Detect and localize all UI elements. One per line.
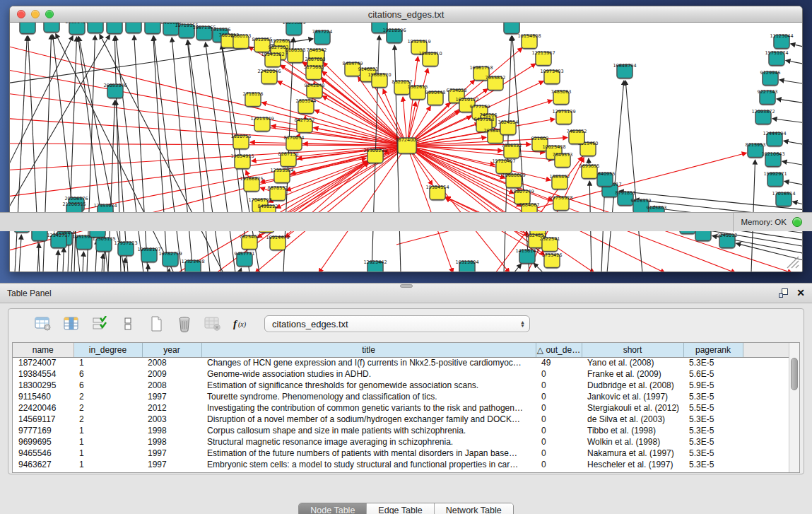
table-cell[interactable]: Stergiakouli et al. (2012)	[582, 402, 683, 414]
table-row[interactable]: 946554611997Estimation of the future num…	[13, 448, 790, 459]
scrollbar-thumb[interactable]	[791, 358, 798, 390]
minimize-button[interactable]	[31, 10, 40, 18]
citation-edge-red[interactable]	[10, 118, 399, 145]
table-row[interactable]: 1830029562008Estimation of significance …	[13, 380, 790, 391]
citation-edge-black[interactable]	[240, 268, 242, 271]
table-cell[interactable]: 2009	[142, 368, 201, 380]
graph-node[interactable]: 12923442	[363, 259, 387, 271]
graph-node[interactable]: 2803144	[296, 98, 317, 114]
graph-node[interactable]: 26053346	[103, 83, 126, 98]
table-cell[interactable]: Structural magnetic resonance image aver…	[201, 436, 536, 448]
graph-node[interactable]: 16648794	[613, 63, 636, 78]
graph-node[interactable]: 19384554	[425, 185, 449, 200]
graph-node[interactable]: 8427552	[295, 117, 315, 133]
table-cell[interactable]: 5.3E-5	[683, 425, 743, 436]
table-cell[interactable]: 2003	[142, 414, 201, 425]
table-cell[interactable]: Estimation of significance thresholds fo…	[201, 380, 536, 391]
graph-node[interactable]: 12342737	[47, 233, 70, 248]
citation-edge-black[interactable]	[772, 119, 802, 123]
citation-edge-black[interactable]	[169, 269, 170, 271]
table-cell[interactable]: 2012	[142, 402, 201, 414]
graph-node[interactable]: 16313804	[455, 259, 478, 271]
table-cell[interactable]: 9463627	[13, 459, 73, 470]
select-columns-icon[interactable]	[62, 315, 81, 333]
table-cell[interactable]: Changes of HCN gene expression and I(f) …	[201, 357, 536, 368]
citation-edge-black[interactable]	[134, 35, 148, 271]
delete-trash-icon[interactable]	[175, 315, 194, 333]
select-rows-check-icon[interactable]	[90, 315, 109, 333]
citation-edge-black[interactable]	[154, 36, 182, 271]
table-cell[interactable]: Franke et al. (2009)	[582, 368, 683, 380]
table-cell[interactable]: 6	[73, 380, 142, 391]
resize-grip-icon[interactable]	[784, 254, 800, 269]
graph-node[interactable]: 25300235	[363, 148, 387, 163]
column-header-pagerank[interactable]: pagerank	[683, 343, 743, 357]
graph-node[interactable]: 7857224	[312, 29, 333, 45]
table-cell[interactable]: 2008	[142, 380, 201, 391]
graph-node[interactable]: 19218596	[382, 28, 406, 43]
close-button[interactable]	[17, 10, 25, 18]
table-cell[interactable]: 0	[536, 368, 582, 380]
citation-edge-black[interactable]	[791, 44, 802, 47]
table-cell[interactable]: 1	[73, 448, 142, 459]
graph-node[interactable]: 15751074	[765, 50, 788, 66]
citation-edge-black[interactable]	[57, 250, 58, 271]
graph-hub-node[interactable]: 18724007	[395, 137, 418, 153]
table-cell[interactable]: 0	[536, 391, 582, 402]
table-cell[interactable]: Disruption of a novel member of a sodium…	[201, 414, 536, 425]
tab-network-table[interactable]: Network Table	[435, 503, 513, 514]
vertical-scrollbar[interactable]	[789, 343, 799, 472]
table-cell[interactable]: 1	[73, 459, 142, 470]
table-cell[interactable]: 2008	[142, 357, 201, 368]
memory-ok-indicator-icon[interactable]	[792, 217, 802, 227]
table-row[interactable]: 2242004622012Investigating the contribut…	[13, 402, 790, 414]
table-cell[interactable]: 18300295	[13, 380, 73, 391]
graph-node[interactable]: 2718126	[243, 91, 264, 107]
table-cell[interactable]: 5.3E-5	[683, 459, 743, 470]
table-row[interactable]: 1456911722003Disruption of a novel membe…	[13, 414, 790, 425]
table-cell[interactable]: Corpus callosum shape and size in male p…	[201, 425, 536, 436]
citation-edge-black[interactable]	[172, 37, 193, 271]
table-cell[interactable]: 5.5E-5	[683, 402, 743, 414]
table-row[interactable]: 1872400712008Changes of HCN gene express…	[13, 357, 790, 368]
table-cell[interactable]: 1998	[142, 425, 201, 436]
graph-node[interactable]: 15688520	[367, 72, 391, 88]
table-cell[interactable]: 6	[73, 368, 142, 380]
table-cell[interactable]: 1997	[142, 459, 201, 470]
table-row[interactable]: 969969511998Structural magnetic resonanc…	[13, 436, 790, 448]
graph-node[interactable]: 12444194	[763, 131, 786, 146]
table-cell[interactable]: 9777169	[13, 425, 73, 436]
citation-edge-black[interactable]	[148, 264, 148, 271]
graph-node[interactable]: 12213349	[250, 116, 273, 132]
table-cell[interactable]: 0	[536, 459, 582, 470]
graph-node[interactable]: 8186328	[286, 47, 306, 63]
table-cell[interactable]: 1997	[142, 391, 201, 402]
table-cell[interactable]: Investigating the contribution of common…	[201, 402, 536, 414]
table-selector-combobox[interactable]: citations_edges.txt ▲▼	[264, 315, 530, 332]
table-cell[interactable]: 22420046	[13, 402, 73, 414]
graph-node[interactable]: 10973403	[540, 69, 563, 84]
citation-edge-black[interactable]	[784, 141, 802, 145]
citation-edge-black[interactable]	[10, 36, 73, 181]
graph-node[interactable]: 8170034	[284, 135, 305, 151]
graph-node[interactable]: 18673201	[40, 23, 63, 33]
table-cell[interactable]: 1	[73, 436, 142, 448]
table-cell[interactable]: Tibbo et al. (1998)	[582, 425, 683, 436]
graph-node[interactable]: 1565492	[550, 174, 570, 189]
table-cell[interactable]: Nakamura et al. (1997)	[582, 448, 683, 459]
graph-node[interactable]: 19166825	[240, 176, 263, 192]
graph-node[interactable]: 17957223	[114, 240, 137, 256]
table-cell[interactable]: 5.6E-5	[683, 368, 743, 380]
citation-edge-red[interactable]	[10, 93, 399, 145]
citation-edge-red[interactable]	[314, 110, 400, 143]
column-header-in_degree[interactable]: in_degree	[73, 343, 142, 357]
graph-node[interactable]: 15276021	[122, 23, 145, 33]
citation-edge-black[interactable]	[187, 40, 210, 271]
citation-edge-red[interactable]	[403, 97, 406, 138]
new-column-icon[interactable]	[147, 315, 165, 333]
graph-node[interactable]: 9242848	[305, 83, 325, 98]
table-cell[interactable]: 2	[73, 402, 142, 414]
citation-edge-black[interactable]	[784, 181, 802, 185]
graph-node[interactable]: 2522541	[540, 236, 560, 252]
graph-node[interactable]: 8819301	[86, 23, 106, 33]
